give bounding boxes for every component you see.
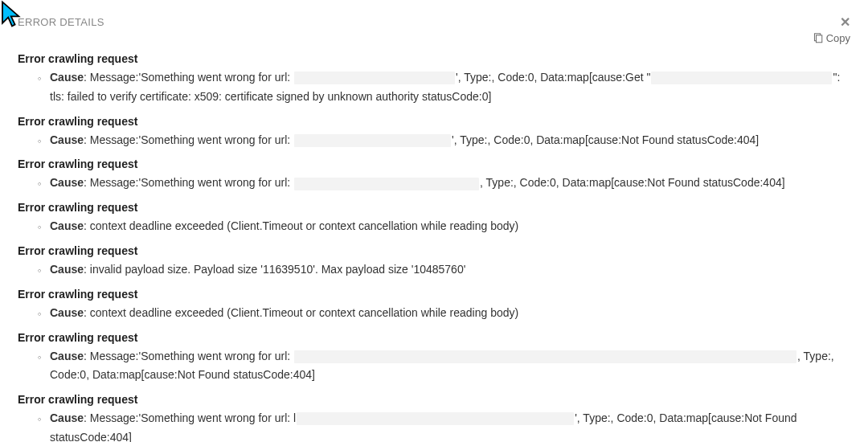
error-title: Error crawling request [18,393,850,406]
error-title: Error crawling request [18,288,850,301]
cause-label: Cause [50,350,84,362]
error-title: Error crawling request [18,52,850,65]
cause-item: Cause: Message:'Something went wrong for… [50,347,850,386]
cause-text: : context deadline exceeded (Client.Time… [84,219,518,232]
cause-label: Cause [50,133,84,146]
cursor-icon [0,0,24,29]
cause-label: Cause [50,306,84,319]
error-item: Error crawling requestCause: Message:'So… [18,331,850,386]
cause-item: Cause: Message:'Something went wrong for… [50,174,850,193]
cause-item: Cause: context deadline exceeded (Client… [50,217,850,236]
cause-label: Cause [50,411,84,424]
cause-item: Cause: Message:'Something went wrong for… [50,68,850,107]
cause-text: : Message:'Something went wrong for url: [84,133,293,146]
error-item: Error crawling requestCause: context dea… [18,288,850,323]
cause-text: ', Type:, Code:0, Data:map[cause:Not Fou… [452,133,759,146]
error-title: Error crawling request [18,244,850,257]
error-item: Error crawling requestCause: Message:'So… [18,158,850,193]
copy-label: Copy [826,32,850,44]
error-item: Error crawling requestCause: invalid pay… [18,244,850,280]
panel-title: ERROR DETAILS [18,16,104,28]
error-item: Error crawling requestCause: Message:'So… [18,115,850,150]
error-item: Error crawling requestCause: context dea… [18,201,850,236]
cause-label: Cause [50,263,84,276]
close-icon[interactable]: ✕ [840,16,850,29]
copy-icon [813,33,823,43]
cause-label: Cause [50,219,84,232]
redacted-block [294,350,796,363]
cause-text: : Message:'Something went wrong for url: [84,176,293,189]
cause-text: , Type:, Code:0, Data:map[cause:Not Foun… [480,176,785,189]
svg-rect-1 [816,35,821,43]
cause-text: : Message:'Something went wrong for url:… [84,411,296,424]
error-title: Error crawling request [18,115,850,128]
cause-text: : Message:'Something went wrong for url: [84,71,293,84]
cause-text: : Message:'Something went wrong for url: [84,350,293,362]
cause-item: Cause: invalid payload size. Payload siz… [50,260,850,280]
redacted-block [294,178,479,190]
error-title: Error crawling request [18,331,850,344]
error-title: Error crawling request [18,158,850,170]
cause-item: Cause: context deadline exceeded (Client… [50,304,850,323]
cause-text: ', Type:, Code:0, Data:map[cause:Get " [456,71,650,84]
cause-label: Cause [50,71,84,84]
cause-text: : context deadline exceeded (Client.Time… [84,306,518,319]
redacted-block [294,72,455,84]
redacted-block [294,134,451,147]
redacted-block [651,72,832,84]
copy-button[interactable]: Copy [813,32,850,44]
cause-item: Cause: Message:'Something went wrong for… [50,131,850,150]
cause-item: Cause: Message:'Something went wrong for… [50,409,850,442]
error-item: Error crawling requestCause: Message:'So… [18,393,850,442]
cause-label: Cause [50,176,84,189]
error-title: Error crawling request [18,201,850,214]
cause-text: : invalid payload size. Payload size '11… [84,263,465,276]
error-item: Error crawling requestCause: Message:'So… [18,52,850,107]
redacted-block [297,412,574,425]
